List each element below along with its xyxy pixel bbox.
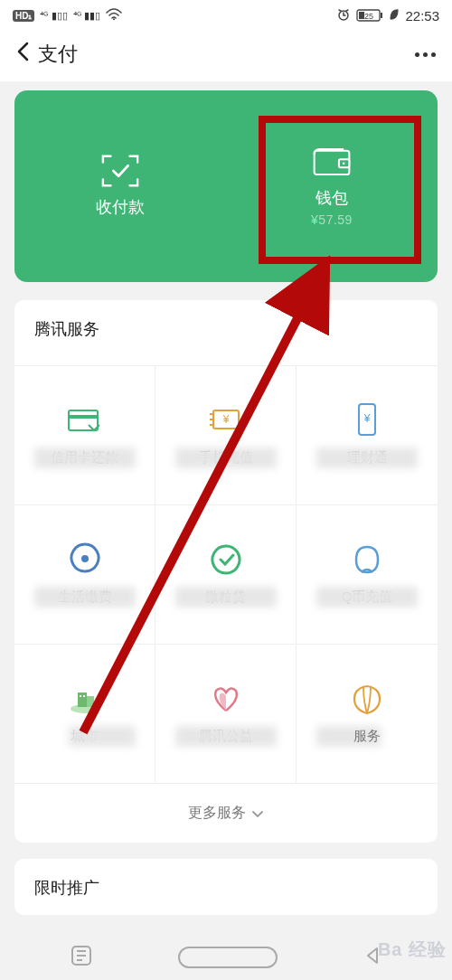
svg-point-15 — [81, 555, 89, 562]
service-item[interactable]: Q币充值 — [297, 504, 438, 644]
service-label: 腾讯公益 — [181, 728, 271, 745]
receive-pay-button[interactable]: 收付款 — [14, 90, 226, 282]
svg-text:¥: ¥ — [363, 412, 371, 425]
signal-2-icon: ⁴ᴳ ▮▮▯ — [73, 10, 100, 22]
service-item[interactable]: 服务 — [297, 644, 438, 783]
status-bar: HD₁ ⁴ᴳ ▮▯▯ ⁴ᴳ ▮▮▯ 25 22:53 — [0, 0, 452, 27]
svg-rect-17 — [78, 693, 87, 707]
more-services-label: 更多服务 — [188, 804, 246, 823]
svg-text:25: 25 — [364, 12, 373, 21]
loan-icon — [206, 543, 246, 576]
city-services-icon — [65, 683, 105, 715]
service-label: 生活缴费 — [40, 589, 130, 606]
svg-point-0 — [113, 18, 115, 20]
recents-icon[interactable] — [70, 944, 93, 971]
page-title: 支付 — [38, 41, 78, 68]
wallet-icon — [312, 146, 352, 178]
leaf-icon — [389, 8, 400, 24]
phone-credit-icon: ¥ — [206, 404, 246, 437]
more-icon[interactable] — [415, 52, 436, 57]
svg-text:¥: ¥ — [221, 413, 229, 426]
services-grid: 信用卡还款 ¥ 手机充值 ¥ 理财通 生活缴费 微粒贷 Q币充值 城市 — [14, 365, 438, 783]
utilities-icon — [65, 543, 105, 576]
svg-rect-19 — [80, 695, 81, 697]
navbar: 支付 — [0, 27, 452, 81]
wifi-icon — [106, 8, 122, 24]
insurance-icon — [347, 683, 387, 715]
hd-badge: HD₁ — [13, 10, 34, 22]
wallet-button[interactable]: 钱包 ¥57.59 — [226, 90, 438, 282]
svg-point-8 — [343, 162, 345, 165]
service-label: 手机充值 — [181, 449, 271, 466]
scan-pay-icon — [100, 155, 140, 187]
service-label: 理财通 — [322, 449, 412, 466]
service-label: Q币充值 — [322, 589, 412, 606]
svg-rect-9 — [69, 410, 98, 430]
alarm-icon — [336, 7, 351, 24]
card-repay-icon — [65, 404, 105, 437]
chevron-down-icon — [251, 806, 264, 822]
service-item[interactable]: ¥ 理财通 — [297, 365, 438, 504]
wallet-balance: ¥57.59 — [311, 212, 353, 227]
battery-icon: 25 — [356, 9, 383, 22]
receive-pay-label: 收付款 — [96, 196, 145, 218]
svg-rect-20 — [83, 695, 85, 697]
service-item[interactable]: 腾讯公益 — [155, 644, 297, 783]
service-item[interactable]: 城市 — [14, 644, 155, 783]
tencent-services-panel: 腾讯服务 信用卡还款 ¥ 手机充值 ¥ 理财通 生活缴费 微粒贷 Q币充值 — [14, 300, 438, 843]
service-item[interactable]: 生活缴费 — [14, 504, 155, 644]
back-icon[interactable] — [16, 42, 29, 67]
finance-icon: ¥ — [347, 404, 387, 437]
svg-rect-3 — [381, 13, 382, 18]
promo-panel: 限时推广 — [14, 859, 438, 915]
services-title: 腾讯服务 — [14, 318, 438, 340]
home-pill[interactable] — [178, 947, 278, 968]
qcoin-icon — [347, 543, 387, 576]
promo-title: 限时推广 — [14, 877, 438, 899]
svg-rect-18 — [87, 696, 94, 707]
signal-1-icon: ⁴ᴳ ▮▯▯ — [40, 10, 67, 22]
charity-icon — [206, 683, 246, 715]
service-item[interactable]: ¥ 手机充值 — [155, 365, 297, 504]
service-item[interactable]: 微粒贷 — [155, 504, 297, 644]
service-item[interactable]: 信用卡还款 — [14, 365, 155, 504]
service-label: 微粒贷 — [181, 589, 271, 606]
payment-card: 收付款 钱包 ¥57.59 — [14, 90, 438, 282]
service-label: 服务 — [322, 728, 412, 745]
service-label: 信用卡还款 — [40, 449, 130, 466]
service-label: 城市 — [40, 728, 130, 745]
svg-rect-10 — [69, 415, 98, 419]
status-time: 22:53 — [405, 8, 439, 24]
wallet-label: 钱包 — [315, 187, 348, 209]
watermark: Ba 经验 — [378, 938, 447, 962]
more-services-button[interactable]: 更多服务 — [14, 783, 438, 843]
